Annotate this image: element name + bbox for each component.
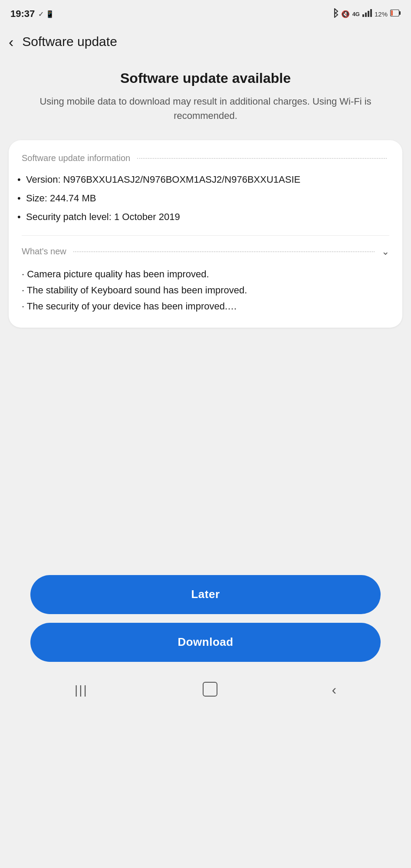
check-icon: ✓ — [38, 10, 44, 18]
svg-rect-5 — [399, 11, 401, 15]
list-item: The security of your device has been imp… — [22, 298, 389, 314]
whats-new-label: What's new — [22, 247, 66, 256]
network-icon: 4G — [352, 11, 360, 17]
navigation-bar: ‹ Software update — [0, 26, 411, 57]
whats-new-section-header: What's new ⌄ — [22, 246, 389, 257]
battery-icon — [390, 10, 401, 18]
main-content: Software update available Using mobile d… — [0, 57, 411, 566]
svg-rect-1 — [365, 13, 367, 17]
info-card: Software update information Version: N97… — [9, 140, 402, 328]
info-section-label: Software update information — [22, 153, 130, 163]
chevron-down-icon[interactable]: ⌄ — [381, 246, 389, 257]
back-button[interactable]: ‹ — [9, 33, 13, 50]
update-subtitle: Using mobile data to download may result… — [17, 94, 394, 123]
bottom-nav-bar: ||| ‹ — [0, 671, 411, 714]
list-item: Security patch level: 1 October 2019 — [22, 209, 389, 224]
list-item: Camera picture quality has been improved… — [22, 266, 389, 282]
svg-rect-6 — [391, 10, 393, 16]
mute-icon: 🔇 — [341, 10, 350, 18]
page-title: Software update — [22, 34, 117, 49]
card-divider — [22, 235, 389, 236]
update-header: Software update available Using mobile d… — [9, 70, 402, 123]
bluetooth-icon — [331, 8, 339, 20]
signal-icon — [362, 9, 372, 19]
info-list: Version: N976BXXU1ASJ2/N976BOXM1ASJ2/N97… — [22, 172, 389, 225]
phone-icon: 📱 — [46, 10, 54, 18]
dotted-divider-2 — [73, 251, 375, 252]
home-icon[interactable] — [203, 682, 217, 698]
svg-rect-3 — [370, 9, 372, 17]
update-available-title: Software update available — [17, 70, 394, 86]
later-button[interactable]: Later — [30, 575, 381, 614]
status-time: 19:37 — [10, 8, 35, 20]
list-item: The stability of Keyboard sound has been… — [22, 282, 389, 298]
svg-rect-2 — [368, 11, 369, 17]
download-button[interactable]: Download — [30, 623, 381, 662]
whats-new-list: Camera picture quality has been improved… — [22, 266, 389, 315]
dotted-divider — [137, 158, 387, 159]
list-item: Size: 244.74 MB — [22, 191, 389, 206]
status-right-icons: 🔇 4G 12% — [331, 8, 401, 20]
info-section-header: Software update information — [22, 153, 389, 163]
svg-rect-0 — [362, 14, 364, 17]
status-bar: 19:37 ✓ 📱 🔇 4G 12% — [0, 0, 411, 26]
recent-apps-icon[interactable]: ||| — [75, 683, 88, 697]
bottom-buttons: Later Download — [0, 566, 411, 671]
list-item: Version: N976BXXU1ASJ2/N976BOXM1ASJ2/N97… — [22, 172, 389, 187]
back-nav-icon[interactable]: ‹ — [332, 682, 336, 698]
battery-percent: 12% — [375, 10, 388, 18]
